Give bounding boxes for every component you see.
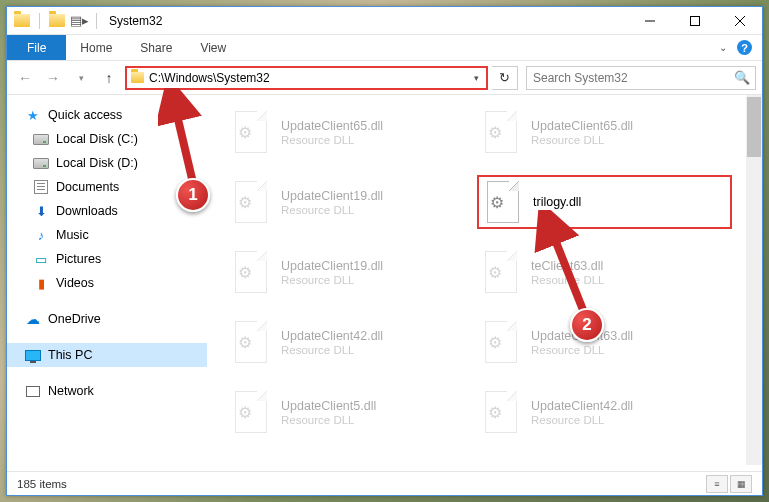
file-item[interactable]: ⚙UpdateClient19.dllResource DLL	[227, 175, 467, 229]
file-list: ⚙UpdateClient65.dllResource DLL⚙UpdateCl…	[207, 95, 762, 465]
dll-icon: ⚙	[483, 179, 523, 225]
scrollbar-thumb[interactable]	[747, 97, 761, 157]
sidebar-onedrive[interactable]: ☁ OneDrive	[7, 307, 207, 331]
tab-home[interactable]: Home	[66, 35, 126, 60]
maximize-button[interactable]	[672, 7, 717, 35]
window-controls	[627, 7, 762, 35]
back-button[interactable]: ←	[13, 66, 37, 90]
quick-access-toolbar: ▤▸	[7, 12, 101, 30]
file-item[interactable]: ⚙trilogy.dll	[477, 175, 732, 229]
sidebar-item-pictures[interactable]: ▭ Pictures	[7, 247, 207, 271]
file-type: Resource DLL	[531, 344, 633, 356]
navigation-pane: ★ Quick access Local Disk (C:) Local Dis…	[7, 95, 207, 465]
file-item[interactable]: ⚙UpdateClient42.dllResource DLL	[477, 385, 717, 439]
sidebar-item-label: Quick access	[48, 108, 122, 122]
item-count: 185 items	[17, 478, 67, 490]
icons-view-button[interactable]: ▦	[730, 475, 752, 493]
file-name: UpdateClient19.dll	[281, 188, 383, 204]
sidebar-item-drive-d[interactable]: Local Disk (D:)	[7, 151, 207, 175]
sidebar-item-label: Music	[56, 228, 89, 242]
search-box[interactable]: 🔍	[526, 66, 756, 90]
dll-icon: ⚙	[231, 109, 271, 155]
details-view-button[interactable]: ≡	[706, 475, 728, 493]
tab-share[interactable]: Share	[126, 35, 186, 60]
downloads-icon: ⬇	[33, 203, 49, 219]
sidebar-item-label: Network	[48, 384, 94, 398]
file-name: teClient63.dll	[531, 258, 605, 274]
dll-icon: ⚙	[231, 319, 271, 365]
properties-icon[interactable]: ▤▸	[70, 12, 88, 30]
minimize-button[interactable]	[627, 7, 672, 35]
pictures-icon: ▭	[33, 251, 49, 267]
file-item[interactable]: ⚙UpdateClient19.dllResource DLL	[227, 245, 467, 299]
navigation-bar: ← → ▾ ↑ C:\Windows\System32 ▾ ↻ 🔍	[7, 61, 762, 95]
titlebar: ▤▸ System32	[7, 7, 762, 35]
file-type: Resource DLL	[531, 414, 633, 426]
callout-2: 2	[570, 308, 604, 342]
sidebar-item-label: Pictures	[56, 252, 101, 266]
sidebar-item-label: Local Disk (D:)	[56, 156, 138, 170]
file-type: Resource DLL	[281, 414, 376, 426]
file-type: Resource DLL	[281, 344, 383, 356]
dll-icon: ⚙	[481, 109, 521, 155]
sidebar-item-videos[interactable]: ▮ Videos	[7, 271, 207, 295]
file-type: Resource DLL	[281, 274, 383, 286]
svg-rect-1	[690, 16, 699, 25]
videos-icon: ▮	[33, 275, 49, 291]
search-input[interactable]	[527, 71, 729, 85]
file-type: Resource DLL	[281, 204, 383, 216]
sidebar-item-label: Documents	[56, 180, 119, 194]
recent-dropdown[interactable]: ▾	[69, 66, 93, 90]
file-item[interactable]: ⚙UpdateClient65.dllResource DLL	[477, 105, 717, 159]
dll-icon: ⚙	[481, 389, 521, 435]
file-tab[interactable]: File	[7, 35, 66, 60]
cloud-icon: ☁	[25, 311, 41, 327]
status-bar: 185 items ≡ ▦	[7, 471, 762, 495]
sidebar-this-pc[interactable]: This PC	[7, 343, 207, 367]
dll-icon: ⚙	[481, 249, 521, 295]
scrollbar[interactable]	[746, 95, 762, 465]
star-icon: ★	[25, 107, 41, 123]
sidebar-quick-access[interactable]: ★ Quick access	[7, 103, 207, 127]
address-bar[interactable]: C:\Windows\System32 ▾	[125, 66, 488, 90]
close-button[interactable]	[717, 7, 762, 35]
explorer-window: ▤▸ System32 File Home Share View ⌄ ? ← →…	[6, 6, 763, 496]
dll-icon: ⚙	[231, 249, 271, 295]
folder-icon	[13, 12, 31, 30]
file-type: Resource DLL	[281, 134, 383, 146]
file-name: trilogy.dll	[533, 194, 581, 210]
dll-icon: ⚙	[231, 389, 271, 435]
music-icon: ♪	[33, 227, 49, 243]
divider	[39, 13, 40, 29]
folder-icon	[48, 12, 66, 30]
file-item[interactable]: ⚙UpdateClient5.dllResource DLL	[227, 385, 467, 439]
divider	[96, 13, 97, 29]
sidebar-item-label: This PC	[48, 348, 92, 362]
dll-icon: ⚙	[231, 179, 271, 225]
tab-view[interactable]: View	[186, 35, 240, 60]
sidebar-item-drive-c[interactable]: Local Disk (C:)	[7, 127, 207, 151]
address-path: C:\Windows\System32	[147, 71, 466, 85]
up-button[interactable]: ↑	[97, 66, 121, 90]
search-icon[interactable]: 🔍	[729, 70, 755, 85]
sidebar-item-music[interactable]: ♪ Music	[7, 223, 207, 247]
expand-ribbon-icon[interactable]: ⌄	[719, 42, 727, 53]
drive-icon	[33, 155, 49, 171]
address-dropdown-icon[interactable]: ▾	[466, 73, 486, 83]
help-icon[interactable]: ?	[737, 40, 752, 55]
file-name: UpdateClient65.dll	[281, 118, 383, 134]
refresh-button[interactable]: ↻	[492, 66, 518, 90]
network-icon	[25, 383, 41, 399]
file-type: Resource DLL	[531, 134, 633, 146]
dll-icon: ⚙	[481, 319, 521, 365]
sidebar-network[interactable]: Network	[7, 379, 207, 403]
sidebar-item-label: Videos	[56, 276, 94, 290]
forward-button[interactable]: →	[41, 66, 65, 90]
ribbon: File Home Share View ⌄ ?	[7, 35, 762, 61]
file-item[interactable]: ⚙teClient63.dllResource DLL	[477, 245, 717, 299]
sidebar-item-label: OneDrive	[48, 312, 101, 326]
file-item[interactable]: ⚙UpdateClient42.dllResource DLL	[227, 315, 467, 369]
file-item[interactable]: ⚙UpdateClient65.dllResource DLL	[227, 105, 467, 159]
file-name: UpdateClient5.dll	[281, 398, 376, 414]
folder-icon	[127, 72, 147, 83]
